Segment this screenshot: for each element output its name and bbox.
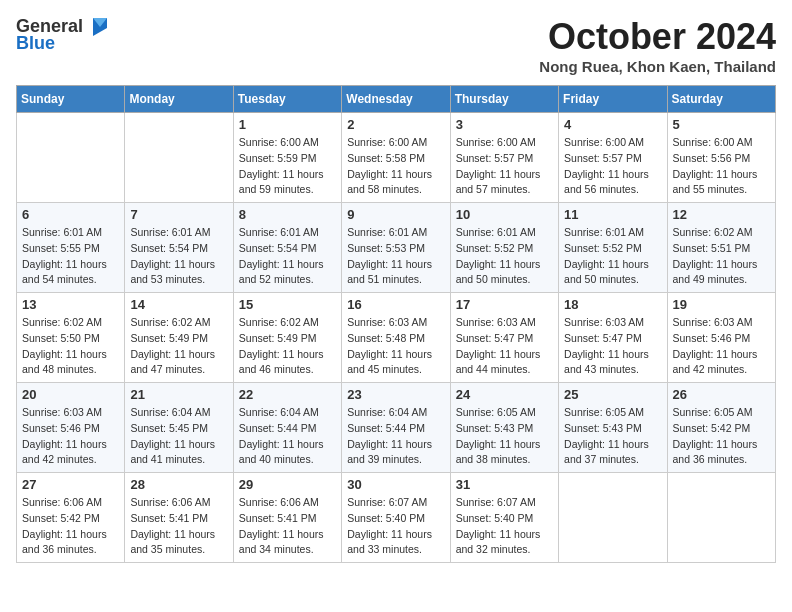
day-info: Sunrise: 6:05 AMSunset: 5:43 PMDaylight:… (564, 405, 661, 468)
day-number: 11 (564, 207, 661, 222)
header-monday: Monday (125, 86, 233, 113)
calendar-cell: 6Sunrise: 6:01 AMSunset: 5:55 PMDaylight… (17, 203, 125, 293)
day-info: Sunrise: 6:00 AMSunset: 5:57 PMDaylight:… (456, 135, 553, 198)
day-number: 25 (564, 387, 661, 402)
day-info: Sunrise: 6:02 AMSunset: 5:49 PMDaylight:… (130, 315, 227, 378)
calendar-cell: 20Sunrise: 6:03 AMSunset: 5:46 PMDayligh… (17, 383, 125, 473)
day-info: Sunrise: 6:02 AMSunset: 5:51 PMDaylight:… (673, 225, 770, 288)
day-number: 4 (564, 117, 661, 132)
day-number: 1 (239, 117, 336, 132)
header-sunday: Sunday (17, 86, 125, 113)
day-info: Sunrise: 6:00 AMSunset: 5:57 PMDaylight:… (564, 135, 661, 198)
day-number: 29 (239, 477, 336, 492)
day-number: 15 (239, 297, 336, 312)
calendar-cell: 13Sunrise: 6:02 AMSunset: 5:50 PMDayligh… (17, 293, 125, 383)
day-info: Sunrise: 6:01 AMSunset: 5:53 PMDaylight:… (347, 225, 444, 288)
calendar-cell (559, 473, 667, 563)
day-number: 9 (347, 207, 444, 222)
calendar-cell: 3Sunrise: 6:00 AMSunset: 5:57 PMDaylight… (450, 113, 558, 203)
calendar-cell: 1Sunrise: 6:00 AMSunset: 5:59 PMDaylight… (233, 113, 341, 203)
day-number: 20 (22, 387, 119, 402)
day-number: 26 (673, 387, 770, 402)
calendar-cell: 30Sunrise: 6:07 AMSunset: 5:40 PMDayligh… (342, 473, 450, 563)
day-info: Sunrise: 6:03 AMSunset: 5:48 PMDaylight:… (347, 315, 444, 378)
calendar-cell: 19Sunrise: 6:03 AMSunset: 5:46 PMDayligh… (667, 293, 775, 383)
calendar-cell: 11Sunrise: 6:01 AMSunset: 5:52 PMDayligh… (559, 203, 667, 293)
day-info: Sunrise: 6:01 AMSunset: 5:55 PMDaylight:… (22, 225, 119, 288)
title-area: October 2024 Nong Ruea, Khon Kaen, Thail… (539, 16, 776, 75)
day-info: Sunrise: 6:06 AMSunset: 5:42 PMDaylight:… (22, 495, 119, 558)
calendar-cell: 2Sunrise: 6:00 AMSunset: 5:58 PMDaylight… (342, 113, 450, 203)
logo-blue-text: Blue (16, 33, 55, 54)
calendar-cell: 21Sunrise: 6:04 AMSunset: 5:45 PMDayligh… (125, 383, 233, 473)
calendar-cell: 29Sunrise: 6:06 AMSunset: 5:41 PMDayligh… (233, 473, 341, 563)
calendar-cell: 5Sunrise: 6:00 AMSunset: 5:56 PMDaylight… (667, 113, 775, 203)
calendar-cell: 14Sunrise: 6:02 AMSunset: 5:49 PMDayligh… (125, 293, 233, 383)
day-number: 18 (564, 297, 661, 312)
day-info: Sunrise: 6:00 AMSunset: 5:56 PMDaylight:… (673, 135, 770, 198)
calendar-cell: 15Sunrise: 6:02 AMSunset: 5:49 PMDayligh… (233, 293, 341, 383)
day-info: Sunrise: 6:04 AMSunset: 5:44 PMDaylight:… (239, 405, 336, 468)
calendar-cell: 9Sunrise: 6:01 AMSunset: 5:53 PMDaylight… (342, 203, 450, 293)
header-thursday: Thursday (450, 86, 558, 113)
calendar-cell (125, 113, 233, 203)
day-number: 12 (673, 207, 770, 222)
logo: General Blue (16, 16, 107, 54)
header-saturday: Saturday (667, 86, 775, 113)
calendar-cell: 25Sunrise: 6:05 AMSunset: 5:43 PMDayligh… (559, 383, 667, 473)
calendar-table: SundayMondayTuesdayWednesdayThursdayFrid… (16, 85, 776, 563)
header-wednesday: Wednesday (342, 86, 450, 113)
day-number: 30 (347, 477, 444, 492)
calendar-week-3: 13Sunrise: 6:02 AMSunset: 5:50 PMDayligh… (17, 293, 776, 383)
day-info: Sunrise: 6:01 AMSunset: 5:54 PMDaylight:… (130, 225, 227, 288)
calendar-cell (667, 473, 775, 563)
day-info: Sunrise: 6:03 AMSunset: 5:47 PMDaylight:… (456, 315, 553, 378)
day-info: Sunrise: 6:07 AMSunset: 5:40 PMDaylight:… (347, 495, 444, 558)
day-number: 31 (456, 477, 553, 492)
day-info: Sunrise: 6:03 AMSunset: 5:46 PMDaylight:… (22, 405, 119, 468)
day-info: Sunrise: 6:02 AMSunset: 5:49 PMDaylight:… (239, 315, 336, 378)
logo-icon (85, 18, 107, 36)
calendar-cell: 7Sunrise: 6:01 AMSunset: 5:54 PMDaylight… (125, 203, 233, 293)
calendar-week-1: 1Sunrise: 6:00 AMSunset: 5:59 PMDaylight… (17, 113, 776, 203)
day-number: 5 (673, 117, 770, 132)
day-info: Sunrise: 6:02 AMSunset: 5:50 PMDaylight:… (22, 315, 119, 378)
day-number: 23 (347, 387, 444, 402)
day-number: 14 (130, 297, 227, 312)
page-header: General Blue October 2024 Nong Ruea, Kho… (16, 16, 776, 75)
day-info: Sunrise: 6:01 AMSunset: 5:52 PMDaylight:… (564, 225, 661, 288)
calendar-cell: 31Sunrise: 6:07 AMSunset: 5:40 PMDayligh… (450, 473, 558, 563)
day-info: Sunrise: 6:04 AMSunset: 5:44 PMDaylight:… (347, 405, 444, 468)
calendar-cell: 18Sunrise: 6:03 AMSunset: 5:47 PMDayligh… (559, 293, 667, 383)
calendar-cell: 12Sunrise: 6:02 AMSunset: 5:51 PMDayligh… (667, 203, 775, 293)
day-number: 24 (456, 387, 553, 402)
day-number: 6 (22, 207, 119, 222)
day-info: Sunrise: 6:07 AMSunset: 5:40 PMDaylight:… (456, 495, 553, 558)
calendar-cell: 24Sunrise: 6:05 AMSunset: 5:43 PMDayligh… (450, 383, 558, 473)
day-number: 3 (456, 117, 553, 132)
header-tuesday: Tuesday (233, 86, 341, 113)
day-info: Sunrise: 6:03 AMSunset: 5:47 PMDaylight:… (564, 315, 661, 378)
day-number: 8 (239, 207, 336, 222)
calendar-cell: 23Sunrise: 6:04 AMSunset: 5:44 PMDayligh… (342, 383, 450, 473)
header-friday: Friday (559, 86, 667, 113)
day-info: Sunrise: 6:05 AMSunset: 5:42 PMDaylight:… (673, 405, 770, 468)
calendar-week-2: 6Sunrise: 6:01 AMSunset: 5:55 PMDaylight… (17, 203, 776, 293)
day-info: Sunrise: 6:03 AMSunset: 5:46 PMDaylight:… (673, 315, 770, 378)
calendar-week-5: 27Sunrise: 6:06 AMSunset: 5:42 PMDayligh… (17, 473, 776, 563)
day-info: Sunrise: 6:00 AMSunset: 5:59 PMDaylight:… (239, 135, 336, 198)
day-number: 2 (347, 117, 444, 132)
calendar-cell: 26Sunrise: 6:05 AMSunset: 5:42 PMDayligh… (667, 383, 775, 473)
day-number: 19 (673, 297, 770, 312)
calendar-cell: 10Sunrise: 6:01 AMSunset: 5:52 PMDayligh… (450, 203, 558, 293)
calendar-cell (17, 113, 125, 203)
day-info: Sunrise: 6:04 AMSunset: 5:45 PMDaylight:… (130, 405, 227, 468)
calendar-cell: 8Sunrise: 6:01 AMSunset: 5:54 PMDaylight… (233, 203, 341, 293)
calendar-cell: 28Sunrise: 6:06 AMSunset: 5:41 PMDayligh… (125, 473, 233, 563)
location-title: Nong Ruea, Khon Kaen, Thailand (539, 58, 776, 75)
day-number: 21 (130, 387, 227, 402)
calendar-cell: 27Sunrise: 6:06 AMSunset: 5:42 PMDayligh… (17, 473, 125, 563)
calendar-cell: 16Sunrise: 6:03 AMSunset: 5:48 PMDayligh… (342, 293, 450, 383)
day-number: 7 (130, 207, 227, 222)
day-info: Sunrise: 6:01 AMSunset: 5:54 PMDaylight:… (239, 225, 336, 288)
